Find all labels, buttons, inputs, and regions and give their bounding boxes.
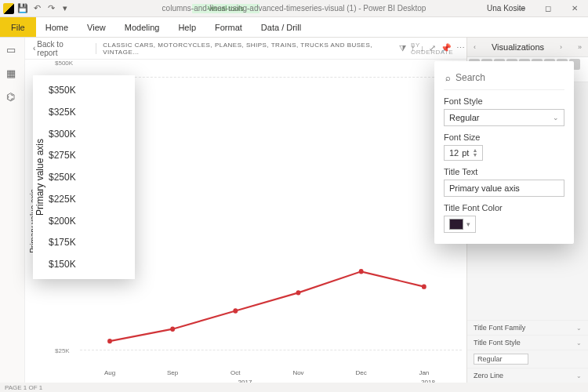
prop-title-font-family[interactable]: Title Font Family⌄ (467, 320, 588, 335)
title-text-label: Title Text (444, 167, 564, 176)
drill-toolbar: ⧩ ↑ ↓ ⤢ 📌 ⋯ (399, 39, 465, 56)
back-to-report-label: Back to report (37, 40, 85, 57)
font-size-input[interactable]: 12 pt ▲ ▼ (444, 145, 483, 161)
pin-icon[interactable]: 📌 (441, 43, 452, 53)
prop-label: Zero Line (474, 372, 503, 379)
title-font-color-label: Title Font Color (444, 203, 564, 212)
visualizations-pane-header[interactable]: ‹ Visualizations › » (467, 38, 588, 57)
y-tick: $500K (55, 60, 73, 67)
title-text-input[interactable]: Primary value axis (444, 180, 564, 197)
redo-icon[interactable]: ↷ (45, 3, 56, 14)
zoom-tick: $325K (49, 107, 129, 118)
font-style-label: Font Style (444, 96, 564, 106)
divider (96, 43, 96, 54)
ribbon: File Home View Modeling Help Format Data… (0, 17, 588, 38)
qat-dropdown-icon[interactable]: ▾ (60, 3, 71, 14)
collapse-icon[interactable]: » (578, 43, 582, 51)
app-logo-icon (3, 3, 14, 14)
prop-title-font-style[interactable]: Title Font Style⌄ (467, 335, 588, 350)
chevron-down-icon: ▾ (466, 220, 470, 228)
font-style-select[interactable]: Regular ⌄ (444, 109, 564, 126)
close-button[interactable]: ✕ (561, 0, 588, 16)
zoom-tick: $225K (49, 194, 129, 205)
ribbon-tab-modeling[interactable]: Modeling (115, 17, 169, 37)
x-tick-label: Dec (336, 369, 387, 376)
font-size-stepper[interactable]: 12 pt ▲ ▼ (444, 145, 564, 161)
prop-value: Regular (477, 355, 503, 363)
search-input[interactable] (456, 72, 573, 83)
font-size-unit: pt (462, 148, 469, 158)
x-tick-label: Oct (210, 369, 260, 376)
color-swatch (449, 219, 463, 230)
x-tick-label: Jan (399, 369, 449, 376)
prop-label: Title Font Family (474, 324, 525, 332)
chevron-left-icon: ‹ (474, 43, 476, 51)
zoom-tick: $350K (49, 85, 129, 96)
window-title: columns-and-lines-using-advanced-timeser… (162, 4, 426, 13)
title-bar: 💾 ↶ ↷ ▾ Visual tools columns-and-lines-u… (0, 0, 588, 17)
stepper-down-icon[interactable]: ▼ (472, 153, 477, 158)
chevron-down-icon: ⌄ (576, 325, 582, 332)
zoom-tick: $250K (49, 172, 129, 183)
font-style-value: Regular (449, 113, 480, 122)
more-options-icon[interactable]: ⋯ (456, 43, 465, 53)
file-tab[interactable]: File (0, 17, 36, 37)
title-font-color-picker[interactable]: ▾ (444, 216, 564, 233)
zoom-tick: $300K (49, 129, 129, 140)
visual-header-strip: ‹ Back to report CLASSIC CARS, MOTORCYCL… (25, 38, 466, 60)
save-icon[interactable]: 💾 (17, 3, 28, 14)
search-icon: ⌕ (445, 73, 451, 82)
ribbon-tab-home[interactable]: Home (36, 17, 78, 37)
prop-zero-line[interactable]: Zero Line⌄ (467, 368, 588, 383)
back-to-report-button[interactable]: ‹ Back to report (28, 38, 89, 59)
visualizations-label: Visualizations (492, 42, 544, 52)
zoom-axis-title: Primary value axis (33, 75, 47, 279)
axis-zoom-callout: Primary value axis $350K$325K$300K$275K$… (33, 75, 135, 279)
ribbon-tab-view[interactable]: View (78, 17, 115, 37)
y-tick: $25K (55, 347, 70, 354)
maximize-button[interactable]: ◻ (535, 0, 561, 16)
page-indicator: PAGE 1 OF 1 (5, 384, 42, 391)
ribbon-tab-data-drill[interactable]: Data / Drill (252, 17, 310, 37)
undo-icon[interactable]: ↶ (31, 3, 42, 14)
color-swatch-button[interactable]: ▾ (444, 216, 476, 233)
zoom-tick: $175K (49, 237, 129, 248)
minimize-button[interactable]: — (508, 0, 535, 16)
chevron-left-icon: ‹ (33, 44, 35, 53)
x-tick-label: Aug (85, 369, 135, 376)
format-popover: ⌕ Font Style Regular ⌄ Font Size 12 pt ▲… (434, 61, 574, 244)
font-size-label: Font Size (444, 132, 564, 142)
title-text-value: Primary value axis (449, 183, 520, 193)
chevron-down-icon: ⌄ (553, 114, 559, 122)
expand-icon[interactable]: ⤢ (429, 43, 436, 53)
font-size-value: 12 (449, 148, 459, 158)
x-tick-label: Nov (274, 369, 324, 376)
legend-text: CLASSIC CARS, MOTORCYCLES, PLANES, SHIPS… (103, 42, 405, 56)
ribbon-tab-format[interactable]: Format (205, 17, 252, 37)
view-switcher-rail: ▭ ▦ ⌬ (0, 38, 25, 383)
prop-label: Title Font Style (474, 339, 521, 347)
window-controls: — ◻ ✕ (508, 0, 588, 16)
x-tick-label: Sep (147, 369, 198, 376)
quick-access-toolbar: 💾 ↶ ↷ ▾ (0, 3, 71, 14)
data-view-icon[interactable]: ▦ (6, 67, 19, 80)
prop-select[interactable]: Regular (474, 354, 528, 365)
format-search[interactable]: ⌕ (444, 69, 564, 90)
chevron-right-icon: › (560, 43, 562, 51)
chevron-down-icon: ⌄ (576, 339, 582, 347)
prop-title-font-style-value[interactable]: Regular (467, 350, 588, 368)
zoom-axis-ticks: $350K$325K$300K$275K$250K$225K$200K$175K… (47, 75, 135, 279)
zoom-tick: $150K (49, 259, 129, 270)
filter-icon[interactable]: ⧩ (399, 43, 406, 53)
chevron-down-icon: ⌄ (576, 372, 582, 379)
legend-categories[interactable]: CLASSIC CARS, MOTORCYCLES, PLANES, SHIPS… (103, 42, 405, 56)
drill-down-icon[interactable]: ↓ (420, 43, 425, 53)
report-view-icon[interactable]: ▭ (6, 44, 19, 56)
model-view-icon[interactable]: ⌬ (6, 91, 19, 103)
plot-region: AugSepOctNovDecJan (80, 63, 462, 365)
zoom-tick: $200K (49, 216, 129, 227)
ribbon-tab-help[interactable]: Help (169, 17, 205, 37)
drill-up-icon[interactable]: ↑ (411, 43, 416, 53)
zoom-tick: $275K (49, 150, 129, 161)
status-bar: PAGE 1 OF 1 (0, 383, 588, 392)
